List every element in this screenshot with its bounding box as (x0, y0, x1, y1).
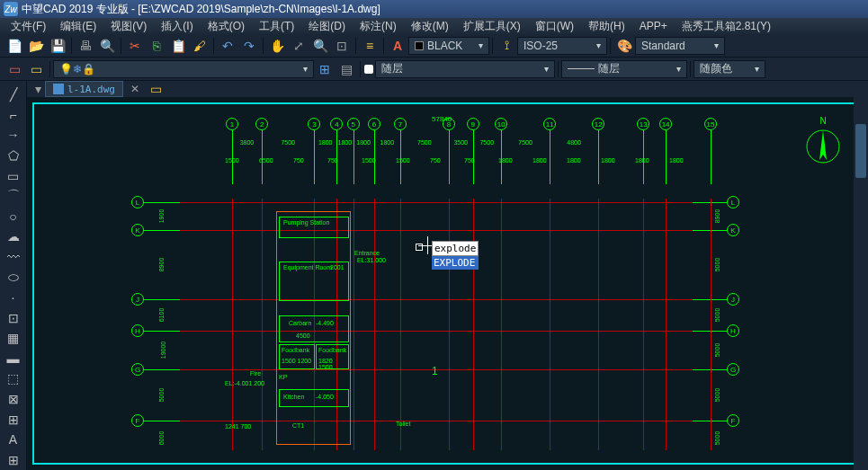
redo-button[interactable]: ↷ (239, 36, 259, 56)
menu-modify[interactable]: 修改(M) (404, 17, 456, 36)
cut-button[interactable]: ✂ (125, 36, 145, 56)
app-icon: Zw (4, 2, 18, 16)
layers-button[interactable]: ▭ (4, 59, 24, 79)
tab-close-button[interactable]: ✕ (130, 83, 139, 95)
tab-add-button[interactable]: ▭ (147, 79, 166, 99)
menu-help[interactable]: 帮助(H) (581, 17, 632, 36)
open-button[interactable]: 📂 (26, 36, 46, 56)
col-dim-b: 1800 (532, 157, 547, 164)
menu-edit[interactable]: 编辑(E) (53, 17, 103, 36)
undo-button[interactable]: ↶ (218, 36, 237, 56)
grid-bubble-col: 14 (659, 118, 672, 130)
menu-draw[interactable]: 绘图(D) (301, 17, 353, 36)
command-suggestion[interactable]: EXPLODE (432, 256, 479, 270)
color-dropdown[interactable]: BLACK (408, 37, 489, 55)
file-tab[interactable]: l-1A.dwg (45, 81, 123, 97)
polyline-tool[interactable]: ⌐ (4, 106, 23, 125)
grid-bubble-row: H (727, 324, 739, 337)
col-dim-b: 1500 (362, 157, 376, 164)
col-dim-b: 750 (430, 157, 441, 164)
print-button[interactable]: 🖶 (76, 36, 95, 56)
textstyle-dropdown[interactable]: Standard (635, 37, 725, 55)
layer-state-button[interactable]: ⊞ (315, 59, 335, 79)
lineweight-dropdown[interactable]: 随层 (561, 60, 687, 78)
col-dim-b: 750 (464, 157, 475, 164)
menu-view[interactable]: 视图(V) (103, 17, 154, 36)
revcloud-tool[interactable]: ☁ (4, 227, 23, 246)
text-color-icon[interactable]: A (388, 36, 407, 56)
table-tool[interactable]: ⊞ (4, 410, 23, 429)
textstyle-icon[interactable]: 🎨 (614, 36, 634, 56)
copy-button[interactable]: ⎘ (147, 36, 166, 56)
gradient-tool[interactable]: ▬ (4, 350, 23, 368)
main-area: ╱ ⌐ → ⬠ ▭ ⌒ ○ ☁ 〰 ⬭ · ⊡ ▦ ▬ ⬚ ⊠ ⊞ A ⊞ ▾ … (0, 81, 868, 470)
grid-bubble-col: 6 (368, 118, 380, 130)
dimstyle-dropdown[interactable]: ISO-25 (517, 37, 607, 55)
menu-app[interactable]: APP+ (632, 18, 675, 34)
menu-tools[interactable]: 工具(T) (252, 17, 301, 36)
rectangle-tool[interactable]: ▭ (4, 166, 23, 185)
arc-tool[interactable]: ⌒ (4, 187, 23, 206)
hatch-tool[interactable]: ▦ (4, 329, 23, 348)
entrance-label: Entrance (354, 250, 380, 256)
new-button[interactable]: 📄 (4, 36, 24, 56)
toilet-label: Toilet (396, 421, 410, 427)
col-dim-b: 6500 (259, 157, 273, 164)
linetype-dropdown[interactable]: 随层 (375, 60, 555, 78)
menu-ext-tools[interactable]: 扩展工具(X) (456, 17, 528, 36)
point-tool[interactable]: · (4, 288, 23, 307)
wipeout-tool[interactable]: ⊠ (4, 390, 23, 409)
preview-button[interactable]: 🔍 (97, 36, 117, 56)
command-autocomplete[interactable]: explode EXPLODE (432, 241, 479, 270)
zoom-extents-button[interactable]: ⤢ (289, 36, 309, 56)
window-title: 中望CAD 2019 专业版 - [E:\ZWCAD 2019\Sample\z… (22, 2, 380, 17)
grid-bubble-row: L (727, 196, 739, 208)
block-tool[interactable]: ⊡ (4, 308, 23, 327)
circle-tool[interactable]: ○ (4, 207, 23, 226)
scrollbar-thumb[interactable] (855, 124, 866, 178)
line-tool[interactable]: ╱ (4, 85, 23, 104)
col-dim-a: 3800 (240, 139, 255, 146)
grid-bubble-row: J (131, 293, 144, 306)
corridor-hall: KP (279, 374, 287, 380)
room-carbarn: Carbarn -4.490 4500 (279, 315, 349, 342)
layer-prev-button[interactable]: ▭ (26, 59, 46, 79)
text-tool[interactable]: A (4, 430, 23, 449)
layer-dropdown[interactable]: 💡❄🔒 (53, 60, 314, 78)
grid-bubble-row: H (131, 324, 144, 337)
row-dim-right: 5000 (714, 342, 720, 357)
ray-tool[interactable]: → (4, 126, 23, 145)
layer-iso-button[interactable]: ▤ (336, 59, 356, 79)
grid-bubble-row: F (727, 414, 739, 427)
col-dim-a: 1800 (338, 139, 353, 146)
more-tool[interactable]: ⊞ (4, 450, 23, 469)
room-kitchen: Kitchen -4.050 (279, 389, 349, 407)
menu-format[interactable]: 格式(O) (201, 17, 252, 36)
zoom-button[interactable]: 🔍 (310, 36, 330, 56)
section-marker: 1 (432, 365, 438, 377)
tab-menu-icon[interactable]: ▾ (31, 79, 44, 99)
command-input-text[interactable]: explode (432, 241, 479, 256)
col-dim-b: 1800 (601, 157, 615, 164)
drawing-canvas[interactable]: N 12345678910111213141538007500180018001… (27, 97, 868, 470)
svg-text:N: N (819, 116, 826, 126)
paste-button[interactable]: 📋 (168, 36, 188, 56)
polygon-tool[interactable]: ⬠ (4, 146, 23, 165)
pan-button[interactable]: ✋ (267, 36, 287, 56)
vertical-scrollbar[interactable] (854, 97, 868, 470)
menu-insert[interactable]: 插入(I) (154, 17, 200, 36)
spline-tool[interactable]: 〰 (4, 248, 23, 267)
corridor-dim: 1241 700 (225, 423, 251, 430)
menu-window[interactable]: 窗口(W) (528, 17, 581, 36)
save-button[interactable]: 💾 (48, 36, 67, 56)
region-tool[interactable]: ⬚ (4, 369, 23, 388)
zoom-window-button[interactable]: ⊡ (332, 36, 352, 56)
menu-dimension[interactable]: 标注(N) (353, 17, 404, 36)
properties-button[interactable]: ≡ (360, 36, 380, 56)
plotstyle-dropdown[interactable]: 随颜色 (694, 60, 765, 78)
menu-yanxiu[interactable]: 燕秀工具箱2.81(Y) (675, 17, 778, 36)
match-button[interactable]: 🖌 (190, 36, 210, 56)
menu-file[interactable]: 文件(F) (4, 17, 53, 36)
ellipse-tool[interactable]: ⬭ (4, 268, 23, 287)
dimstyle-icon[interactable]: ⟟ (497, 36, 516, 56)
